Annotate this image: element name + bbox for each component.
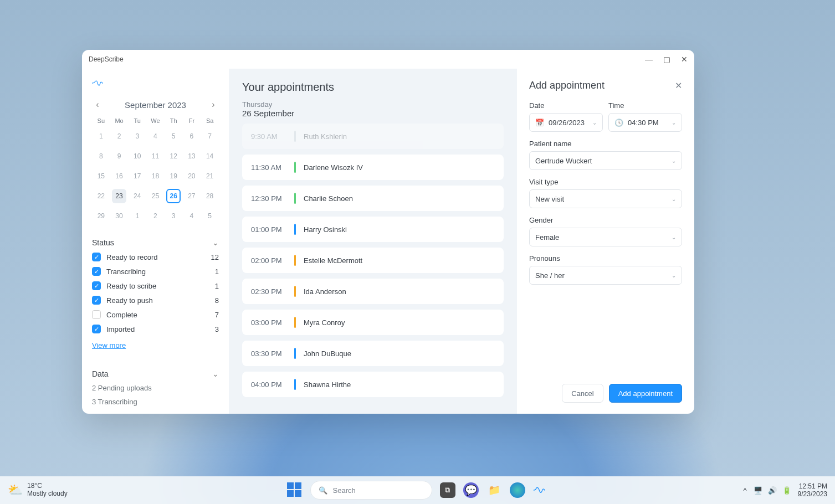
calendar-day[interactable]: 23: [110, 186, 129, 206]
appointment-row[interactable]: 11:30 AMDarlene Wisozk IV: [242, 155, 504, 180]
data-item[interactable]: 3 Transcribing: [92, 398, 219, 406]
status-item[interactable]: ✓Ready to scribe1: [92, 281, 219, 290]
calendar-day[interactable]: 8: [92, 146, 110, 166]
appointment-row[interactable]: 12:30 PMCharlie Schoen: [242, 186, 504, 211]
taskbar-clock[interactable]: 12:51 PM 9/23/2023: [798, 482, 827, 498]
status-label: Ready to push: [106, 296, 153, 305]
data-collapse-icon[interactable]: ⌄: [212, 369, 219, 378]
chat-icon[interactable]: 💬: [463, 482, 479, 498]
calendar-day[interactable]: 17: [128, 166, 146, 186]
calendar-day[interactable]: 2: [146, 206, 165, 226]
maximize-button[interactable]: ▢: [661, 55, 672, 64]
appointment-row[interactable]: 03:00 PMMyra Conroy: [242, 310, 504, 335]
network-icon[interactable]: 🖥️: [754, 486, 762, 495]
calendar-day[interactable]: 4: [146, 126, 165, 146]
calendar-day[interactable]: 19: [165, 166, 183, 186]
view-more-link[interactable]: View more: [92, 341, 219, 349]
appointment-row[interactable]: 01:00 PMHarry Osinski: [242, 217, 504, 242]
patient-label: Patient name: [529, 140, 682, 148]
calendar-day[interactable]: 9: [110, 146, 129, 166]
chevron-down-icon: ⌄: [672, 158, 676, 164]
calendar-day[interactable]: 21: [201, 166, 219, 186]
calendar-day[interactable]: 3: [128, 126, 146, 146]
close-button[interactable]: ✕: [679, 55, 690, 64]
calendar-day[interactable]: 7: [201, 126, 219, 146]
checkbox[interactable]: ✓: [92, 253, 101, 261]
start-button[interactable]: [287, 482, 303, 498]
visit-type-input[interactable]: New visit ⌄: [529, 189, 682, 208]
edge-icon[interactable]: [510, 482, 525, 498]
calendar-day[interactable]: 28: [201, 186, 219, 206]
patient-input[interactable]: Gertrude Wuckert ⌄: [529, 151, 682, 170]
tray-chevron-icon[interactable]: ^: [744, 486, 747, 495]
minimize-button[interactable]: —: [643, 55, 654, 64]
task-view-icon[interactable]: ⧉: [440, 482, 455, 498]
checkbox[interactable]: ✓: [92, 281, 101, 290]
calendar-day[interactable]: 30: [110, 206, 129, 226]
app-taskbar-icon[interactable]: [533, 482, 549, 498]
calendar-weekday: Su: [92, 115, 110, 126]
calendar-day[interactable]: 20: [183, 166, 201, 186]
taskbar-search[interactable]: 🔍 Search: [310, 481, 432, 500]
status-collapse-icon[interactable]: ⌄: [212, 238, 219, 247]
date-input[interactable]: 📅 09/26/2023 ⌄: [529, 113, 603, 132]
appointment-row[interactable]: 04:00 PMShawna Hirthe: [242, 372, 504, 397]
add-appointment-button[interactable]: Add appointment: [609, 384, 682, 403]
battery-icon[interactable]: 🔋: [782, 486, 791, 495]
calendar-day[interactable]: 10: [128, 146, 146, 166]
calendar-day[interactable]: 27: [183, 186, 201, 206]
calendar-prev[interactable]: ‹: [92, 100, 103, 110]
calendar-day[interactable]: 1: [92, 126, 110, 146]
appointment-status-bar: [294, 379, 296, 390]
file-explorer-icon[interactable]: 📁: [486, 482, 502, 498]
calendar-day[interactable]: 26: [165, 186, 183, 206]
checkbox[interactable]: ✓: [92, 267, 101, 276]
status-item[interactable]: ✓Ready to push8: [92, 296, 219, 305]
appointment-name: Harry Osinski: [304, 225, 347, 234]
checkbox[interactable]: ✓: [92, 325, 101, 333]
cancel-button[interactable]: Cancel: [562, 384, 603, 403]
status-item[interactable]: ✓Imported3: [92, 325, 219, 333]
close-icon[interactable]: ✕: [675, 80, 682, 91]
appointment-row[interactable]: 02:30 PMIda Anderson: [242, 279, 504, 304]
calendar-day[interactable]: 29: [92, 206, 110, 226]
status-item[interactable]: ✓Transcribing1: [92, 267, 219, 276]
calendar-day[interactable]: 3: [165, 206, 183, 226]
chevron-down-icon: ⌄: [672, 234, 676, 240]
gender-input[interactable]: Female ⌄: [529, 228, 682, 246]
calendar-day[interactable]: 18: [146, 166, 165, 186]
appointment-status-bar: [294, 348, 296, 359]
calendar-day[interactable]: 5: [165, 126, 183, 146]
checkbox[interactable]: ✓: [92, 296, 101, 305]
calendar-day[interactable]: 4: [183, 206, 201, 226]
appointment-row[interactable]: 03:30 PMJohn DuBuque: [242, 341, 504, 366]
calendar-next[interactable]: ›: [208, 100, 219, 110]
calendar-day[interactable]: 22: [92, 186, 110, 206]
data-item[interactable]: 2 Pending uploads: [92, 384, 219, 392]
main: Your appointments Thursday 26 September …: [229, 69, 517, 414]
calendar-day[interactable]: 6: [183, 126, 201, 146]
appointment-name: Darlene Wisozk IV: [304, 163, 363, 172]
calendar-day[interactable]: 12: [165, 146, 183, 166]
search-icon: 🔍: [319, 486, 327, 495]
calendar-day[interactable]: 11: [146, 146, 165, 166]
status-header: Status: [92, 238, 114, 247]
weather-widget[interactable]: ⛅ 18°C Mostly cloudy: [8, 482, 68, 498]
calendar-day[interactable]: 24: [128, 186, 146, 206]
calendar-day[interactable]: 14: [201, 146, 219, 166]
calendar-day[interactable]: 1: [128, 206, 146, 226]
calendar-day[interactable]: 16: [110, 166, 129, 186]
calendar-day[interactable]: 15: [92, 166, 110, 186]
calendar-day[interactable]: 2: [110, 126, 129, 146]
pronouns-input[interactable]: She / her ⌄: [529, 266, 682, 285]
status-item[interactable]: Complete7: [92, 310, 219, 319]
calendar-day[interactable]: 13: [183, 146, 201, 166]
appointment-row[interactable]: 02:00 PMEstelle McDermott: [242, 248, 504, 273]
calendar-day[interactable]: 5: [201, 206, 219, 226]
time-input[interactable]: 🕓 04:30 PM ⌄: [608, 113, 682, 132]
calendar-day[interactable]: 25: [146, 186, 165, 206]
checkbox[interactable]: [92, 310, 101, 319]
appointment-row[interactable]: 9:30 AMRuth Kshlerin: [242, 124, 504, 149]
status-item[interactable]: ✓Ready to record12: [92, 253, 219, 261]
volume-icon[interactable]: 🔊: [768, 486, 777, 495]
